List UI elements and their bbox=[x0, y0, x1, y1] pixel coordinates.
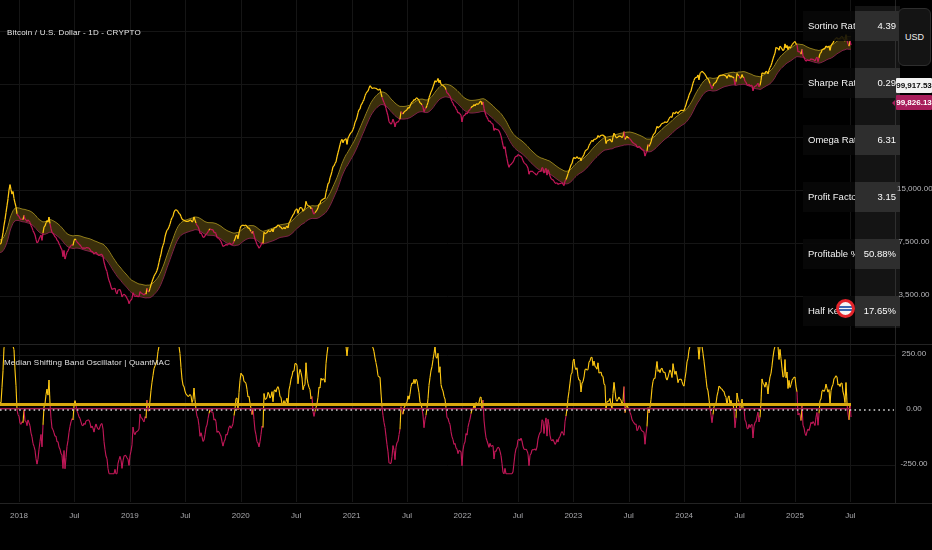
time-axis-label: 2023 bbox=[564, 511, 582, 520]
indicator-price-tag: 99,826.13 bbox=[896, 95, 932, 110]
oscillator-title: Median Shifting Band Oscillator | QuantM… bbox=[4, 358, 170, 367]
time-axis[interactable]: 2018Jul2019Jul2020Jul2021Jul2022Jul2023J… bbox=[0, 511, 895, 525]
stats-row: Sharpe Ratio 0.29 bbox=[803, 68, 900, 98]
osc-tick-label: -250.00 bbox=[897, 459, 931, 468]
stat-value-sortino: 4.39 bbox=[855, 11, 900, 41]
stat-value-profit-factor: 3.15 bbox=[855, 182, 900, 212]
stats-row: Sortino Ratio 4.39 bbox=[803, 11, 900, 41]
time-axis-label: 2025 bbox=[786, 511, 804, 520]
time-axis-label: Jul bbox=[624, 511, 634, 520]
price-tick-label: 3,500.00 bbox=[897, 290, 931, 299]
time-axis-label: 2021 bbox=[343, 511, 361, 520]
stats-row: Profit Factor 3.15 bbox=[803, 182, 900, 212]
time-axis-label: Jul bbox=[513, 511, 523, 520]
stat-value-sharpe: 0.29 bbox=[855, 68, 900, 98]
flag-badge-icon bbox=[836, 299, 855, 318]
stats-row: Omega Ratio 6.31 bbox=[803, 125, 900, 155]
time-axis-label: 2022 bbox=[454, 511, 472, 520]
stat-label-profitable: Profitable % bbox=[803, 239, 855, 269]
time-axis-label: 2019 bbox=[121, 511, 139, 520]
time-axis-label: Jul bbox=[180, 511, 190, 520]
stat-label-sharpe: Sharpe Ratio bbox=[803, 68, 855, 98]
osc-tick-label: 0.00 bbox=[897, 404, 931, 413]
stat-value-half-kelly: 17.65% bbox=[855, 296, 900, 326]
last-price-tag: 99,917.53 bbox=[896, 78, 932, 93]
time-axis-label: 2020 bbox=[232, 511, 250, 520]
chart-canvas[interactable] bbox=[0, 0, 932, 550]
currency-toggle-button[interactable]: USD bbox=[898, 8, 931, 66]
time-axis-label: Jul bbox=[845, 511, 855, 520]
stats-row: Profitable % 50.88% bbox=[803, 239, 900, 269]
trading-chart-app: Bitcoin / U.S. Dollar - 1D - CRYPTO Medi… bbox=[0, 0, 932, 550]
price-tick-label: 7,500.00 bbox=[897, 237, 931, 246]
stats-row: Half Kelly 17.65% bbox=[803, 296, 900, 326]
time-axis-label: 2018 bbox=[10, 511, 28, 520]
time-axis-label: Jul bbox=[402, 511, 412, 520]
stat-label-sortino: Sortino Ratio bbox=[803, 11, 855, 41]
stat-label-omega: Omega Ratio bbox=[803, 125, 855, 155]
price-tick-label: 15,000.00 bbox=[897, 184, 931, 193]
stat-value-profitable: 50.88% bbox=[855, 239, 900, 269]
stat-value-omega: 6.31 bbox=[855, 125, 900, 155]
time-axis-label: Jul bbox=[291, 511, 301, 520]
osc-tick-label: 250.00 bbox=[897, 349, 931, 358]
time-axis-label: Jul bbox=[734, 511, 744, 520]
stat-label-profit-factor: Profit Factor bbox=[803, 182, 855, 212]
time-axis-label: Jul bbox=[69, 511, 79, 520]
symbol-title: Bitcoin / U.S. Dollar - 1D - CRYPTO bbox=[7, 28, 141, 37]
time-axis-label: 2024 bbox=[675, 511, 693, 520]
stats-panel: Sortino Ratio 4.39 Sharpe Ratio 0.29 Ome… bbox=[803, 0, 900, 332]
stats-value-strip bbox=[855, 6, 900, 328]
